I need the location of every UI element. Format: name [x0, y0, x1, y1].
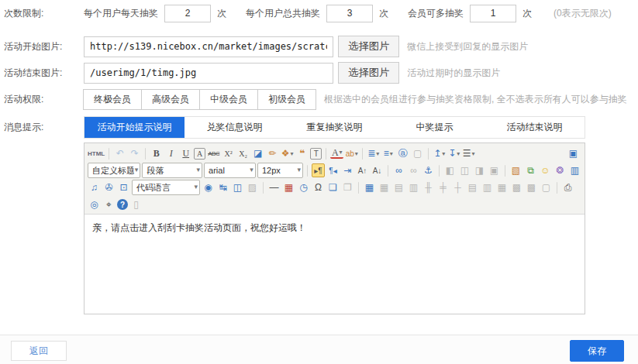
insert-image-icon[interactable]: ▧: [509, 163, 522, 177]
code-language-select[interactable]: 代码语言: [132, 180, 200, 195]
unlink-icon[interactable]: ∞: [407, 163, 420, 177]
underline-icon[interactable]: U: [179, 146, 192, 160]
clear-doc-icon[interactable]: ▢: [540, 180, 553, 194]
tab-activity-start-tip[interactable]: 活动开始提示说明: [84, 117, 185, 138]
media-icon[interactable]: ▥: [568, 163, 581, 177]
member-level-middle[interactable]: 中级会员: [199, 89, 258, 110]
align-top-icon[interactable]: ↥: [433, 146, 446, 160]
anchor-icon[interactable]: ⚓: [422, 163, 435, 177]
member-extra-input[interactable]: [470, 5, 516, 22]
map-icon[interactable]: ◉: [202, 180, 215, 194]
preview-icon[interactable]: ◎: [88, 197, 101, 211]
editor-content[interactable]: 亲，请点击进入刮刮卡抽奖活动页面，祝您好运哦！: [84, 215, 585, 314]
flash-icon[interactable]: ❂: [554, 163, 567, 177]
insert-row-icon[interactable]: ╫: [422, 180, 435, 194]
emoticon-icon[interactable]: ☺: [539, 163, 552, 177]
time-icon[interactable]: ◷: [297, 180, 310, 194]
img-align-right-icon[interactable]: ◨: [473, 163, 486, 177]
indent-icon[interactable]: ⇥: [341, 163, 354, 177]
blockquote-icon[interactable]: ❝: [295, 146, 309, 160]
print-icon[interactable]: ⎙: [561, 180, 574, 194]
bullet-list-icon[interactable]: ≡: [381, 146, 395, 160]
member-level-junior[interactable]: 初级会员: [257, 89, 316, 110]
font-size-up-icon[interactable]: A↑: [356, 163, 369, 177]
highlight-color-icon[interactable]: ab: [345, 146, 358, 160]
word-clean-icon[interactable]: ❖: [281, 146, 294, 160]
img-align-center-icon[interactable]: ◫: [458, 163, 471, 177]
template-icon[interactable]: ▨: [246, 180, 259, 194]
format-brush-icon[interactable]: ✏: [266, 146, 279, 160]
start-image-pick-button[interactable]: 选择图片: [338, 36, 399, 57]
font-family-select[interactable]: arial: [204, 163, 256, 178]
cell-props-icon[interactable]: ▩: [525, 180, 538, 194]
ltr-icon[interactable]: ▸¶: [312, 163, 325, 177]
tab-win-tip[interactable]: 中奖提示: [385, 117, 485, 138]
new-doc-icon[interactable]: ▢: [411, 146, 424, 160]
per-day-input[interactable]: [164, 5, 211, 22]
link-icon[interactable]: ∞: [392, 163, 405, 177]
insert-code-icon[interactable]: ⊡: [117, 180, 130, 194]
special-char-icon[interactable]: Ω: [312, 180, 325, 194]
member-level-ultimate[interactable]: 终极会员: [83, 89, 142, 110]
border-text-icon[interactable]: A: [194, 148, 205, 160]
find-replace-icon[interactable]: ⌖: [102, 197, 116, 211]
paragraph-format-select[interactable]: 段落: [142, 163, 202, 178]
date-icon[interactable]: ▦: [282, 180, 295, 194]
attachment-icon[interactable]: ✇: [102, 180, 116, 194]
delete-col-icon[interactable]: ▦: [495, 180, 509, 194]
tab-repeat-draw[interactable]: 重复抽奖说明: [285, 117, 385, 138]
save-button[interactable]: 保存: [570, 340, 624, 362]
style-select[interactable]: 自定义标题: [88, 163, 140, 178]
img-align-left-icon[interactable]: ◧: [443, 163, 457, 177]
remove-format-icon[interactable]: ◪: [251, 146, 264, 160]
hr-icon[interactable]: —: [267, 180, 281, 194]
align-middle-icon[interactable]: ↧: [447, 146, 460, 160]
member-level-senior[interactable]: 高级会员: [141, 89, 200, 110]
paste-icon[interactable]: ▯: [129, 197, 143, 211]
quote-note-icon[interactable]: ❐: [341, 180, 354, 194]
back-button[interactable]: 返回: [11, 341, 67, 361]
table-props-icon[interactable]: ▩: [510, 180, 523, 194]
fullscreen-icon[interactable]: ▣: [567, 146, 580, 160]
image-manager-icon[interactable]: ⧉: [524, 163, 537, 177]
superscript-icon[interactable]: X²: [222, 146, 235, 160]
delete-table-icon[interactable]: ▦: [378, 180, 391, 194]
line-height-icon[interactable]: ☰: [462, 146, 475, 160]
font-size-select[interactable]: 12px: [257, 163, 303, 178]
insert-row-after-icon[interactable]: ▤: [466, 180, 479, 194]
font-color-icon[interactable]: A: [330, 148, 343, 159]
strikethrough-icon[interactable]: ABC: [207, 146, 220, 160]
help-icon[interactable]: ?: [117, 199, 128, 210]
split-cell-icon[interactable]: ▥: [407, 180, 420, 194]
tab-redeem-info[interactable]: 兑奖信息说明: [185, 117, 285, 138]
tab-activity-end[interactable]: 活动结束说明: [485, 117, 585, 138]
subscript-icon[interactable]: X₂: [236, 146, 250, 160]
bold-icon[interactable]: B: [150, 146, 163, 160]
img-block-icon[interactable]: ▣: [488, 163, 501, 177]
font-size-down-icon[interactable]: A↓: [371, 163, 384, 177]
insert-col-icon[interactable]: ╪: [436, 180, 450, 194]
music-icon[interactable]: ♫: [88, 180, 101, 194]
end-image-input[interactable]: [84, 63, 333, 84]
paste-plain-icon[interactable]: T: [310, 148, 322, 160]
start-image-input[interactable]: [84, 36, 333, 57]
comment-icon[interactable]: ❏: [326, 180, 340, 194]
rtl-icon[interactable]: ¶◂: [326, 163, 340, 177]
per-day-label: 每个用户每天抽奖: [84, 7, 158, 20]
delete-row-icon[interactable]: ┼: [451, 180, 464, 194]
italic-icon[interactable]: I: [164, 146, 178, 160]
redo-icon[interactable]: ↷: [128, 146, 141, 160]
undo-icon[interactable]: ↶: [113, 146, 126, 160]
anchor-text-icon[interactable]: ⓐ: [396, 146, 409, 160]
ordered-list-icon[interactable]: ≣: [367, 146, 380, 160]
insert-col-after-icon[interactable]: ▥: [481, 180, 494, 194]
total-draw-input[interactable]: [326, 5, 373, 22]
merge-cells-icon[interactable]: ▤: [392, 180, 405, 194]
toolbar-row-3: ♫✇⊡代码语言◉↹◫▨—▦◷Ω❏❐▦▦▤▥╫╪┼▤▥▦▩▩▢⎙: [87, 179, 582, 196]
page-break-icon[interactable]: ↹: [216, 180, 229, 194]
iframe-icon[interactable]: ◫: [231, 180, 244, 194]
insert-table-icon[interactable]: ▦: [363, 180, 376, 194]
toolbar-row-1: HTML↶↷BIUAABCX²X₂◪✏❖❝TAab≣≡ⓐ▢↥↧☰▣: [87, 145, 582, 162]
end-image-pick-button[interactable]: 选择图片: [338, 62, 399, 84]
source-code-button[interactable]: HTML: [88, 146, 105, 160]
